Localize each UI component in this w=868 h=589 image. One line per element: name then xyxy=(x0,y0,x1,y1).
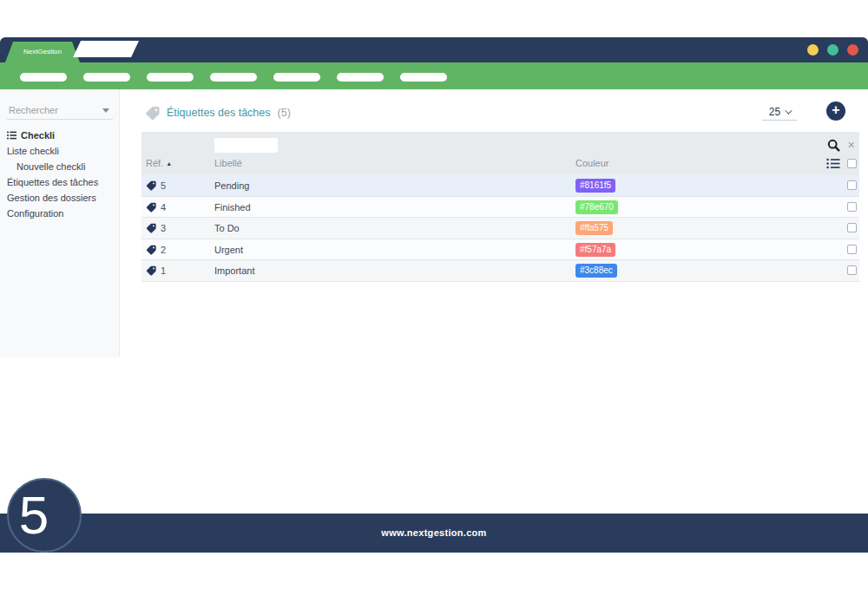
window-dot-green[interactable] xyxy=(827,44,838,56)
brand-logo-text: NextGestion xyxy=(23,48,62,56)
page: NextGestion Rechercher xyxy=(0,0,868,589)
sort-asc-icon: ▲ xyxy=(166,160,172,167)
page-number-circle: 5 xyxy=(7,478,82,553)
color-badge: #ffa575 xyxy=(575,221,613,235)
labels-table: ✕ Réf.▲ Libellé Couleur 5 Pending #8161f… xyxy=(141,132,859,282)
page-size-select[interactable]: 25 xyxy=(762,103,797,121)
main-navbar xyxy=(0,62,868,89)
label-filter-input[interactable] xyxy=(214,138,278,153)
sidebar: Rechercher Checkli Liste checkli Nouvell… xyxy=(0,89,120,357)
table-row[interactable]: 1 Important #3c88ec xyxy=(141,260,859,282)
sidebar-item-etiquettes-des-taches[interactable]: Étiquettes des tâches xyxy=(0,174,120,190)
page-title-count: (5) xyxy=(278,107,291,119)
footer: www.nextgestion.com xyxy=(0,514,868,553)
table-header: ✕ Réf.▲ Libellé Couleur xyxy=(141,132,859,175)
table-row[interactable]: 2 Urgent #f57a7a xyxy=(141,239,859,261)
page-size-value: 25 xyxy=(769,106,780,118)
tag-icon xyxy=(146,245,156,255)
color-badge: #8161f5 xyxy=(575,179,615,193)
column-ref[interactable]: Réf.▲ xyxy=(146,158,172,168)
brand-tab[interactable]: NextGestion xyxy=(5,42,80,62)
blank-tab[interactable] xyxy=(73,41,139,57)
nav-pill-4[interactable] xyxy=(210,73,257,82)
column-headers: Réf.▲ Libellé Couleur xyxy=(141,158,859,172)
table-row[interactable]: 5 Pending #8161f5 xyxy=(141,175,859,197)
row-ref: 4 xyxy=(161,202,166,213)
column-color[interactable]: Couleur xyxy=(575,158,609,168)
nav-pill-7[interactable] xyxy=(400,73,447,82)
sidebar-item-configuration[interactable]: Configuration xyxy=(0,206,120,221)
table-body: 5 Pending #8161f5 4 Finished #78e670 3 T… xyxy=(141,175,859,282)
tag-icon xyxy=(146,202,156,213)
row-label: Urgent xyxy=(214,245,243,255)
row-checkbox[interactable] xyxy=(847,245,857,254)
list-view-icon[interactable] xyxy=(826,158,840,169)
color-badge: #78e670 xyxy=(575,200,618,214)
row-checkbox[interactable] xyxy=(847,202,857,212)
row-label: Finished xyxy=(214,202,251,213)
tag-icon xyxy=(146,265,156,276)
row-checkbox[interactable] xyxy=(847,265,857,275)
row-label: Pending xyxy=(214,180,249,191)
row-checkbox[interactable] xyxy=(847,223,857,232)
chevron-down-icon xyxy=(102,108,109,113)
row-ref: 2 xyxy=(161,245,166,255)
nav-pill-1[interactable] xyxy=(20,73,67,82)
footer-url: www.nextgestion.com xyxy=(0,514,868,553)
nav-pill-5[interactable] xyxy=(273,73,320,82)
nav-pill-2[interactable] xyxy=(83,73,130,82)
clear-filter-icon[interactable]: ✕ xyxy=(847,140,855,151)
sidebar-search-select[interactable]: Rechercher xyxy=(7,101,113,120)
sidebar-search-placeholder: Rechercher xyxy=(9,105,58,115)
nav-pill-3[interactable] xyxy=(147,73,194,82)
top-window-bar: NextGestion xyxy=(0,37,868,62)
window-controls xyxy=(807,44,858,56)
table-row[interactable]: 3 To Do #ffa575 xyxy=(141,218,859,239)
row-ref: 1 xyxy=(161,265,166,276)
sidebar-item-nouvelle-checkli[interactable]: Nouvelle checkli xyxy=(0,159,120,174)
sidebar-item-gestion-des-dossiers[interactable]: Gestion des dossiers xyxy=(0,190,120,206)
row-ref: 3 xyxy=(161,223,166,233)
color-badge: #3c88ec xyxy=(575,264,617,278)
table-row[interactable]: 4 Finished #78e670 xyxy=(141,197,859,219)
window-dot-yellow[interactable] xyxy=(807,44,819,56)
column-label[interactable]: Libellé xyxy=(214,158,242,168)
add-button[interactable]: + xyxy=(812,100,859,122)
page-title-text: Étiquettes des tâches xyxy=(167,107,271,119)
tag-icon xyxy=(145,106,160,121)
sidebar-section-label: Checkli xyxy=(21,128,55,143)
tag-icon xyxy=(146,223,156,233)
sidebar-section-checkli[interactable]: Checkli xyxy=(0,128,120,143)
page-title: Étiquettes des tâches (5) xyxy=(145,103,291,122)
list-tasks-icon xyxy=(7,131,16,140)
color-badge: #f57a7a xyxy=(575,243,615,257)
sidebar-item-liste-checkli[interactable]: Liste checkli xyxy=(0,143,120,159)
plus-circle-icon: + xyxy=(826,101,845,121)
row-checkbox[interactable] xyxy=(847,180,857,190)
row-label: To Do xyxy=(214,223,240,233)
sidebar-menu: Checkli Liste checkli Nouvelle checkli É… xyxy=(0,128,120,221)
tag-icon xyxy=(146,180,156,191)
chevron-down-icon xyxy=(785,107,792,114)
nav-pill-6[interactable] xyxy=(337,73,384,82)
select-all-checkbox[interactable] xyxy=(847,159,857,168)
search-icon[interactable] xyxy=(827,139,840,152)
window-dot-red[interactable] xyxy=(847,44,858,56)
row-label: Important xyxy=(214,265,254,276)
page-number: 5 xyxy=(19,488,49,542)
row-ref: 5 xyxy=(161,180,166,191)
